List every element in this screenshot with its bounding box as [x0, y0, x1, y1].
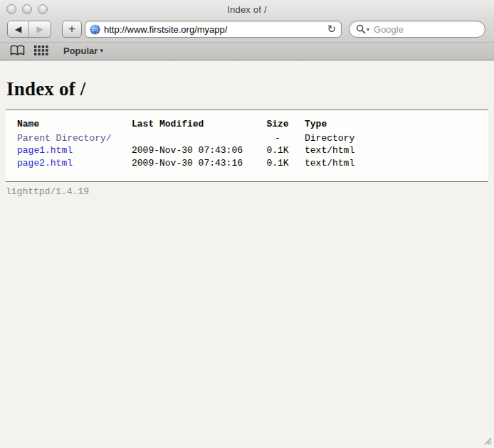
page-content: Index of / Name Last Modified Size Type … — [0, 60, 494, 448]
size-cell: 0.1K — [264, 144, 291, 157]
bookmarks-book-icon[interactable] — [10, 45, 25, 56]
window-title: Index of / — [0, 4, 494, 15]
modified-cell — [132, 132, 264, 145]
plus-icon: + — [68, 22, 75, 36]
page2-link[interactable]: page2.html — [17, 158, 73, 169]
modified-cell: 2009-Nov-30 07:43:06 — [132, 144, 264, 157]
size-cell: - — [264, 132, 291, 145]
nav-button-group: ◀ ▶ — [7, 21, 51, 38]
bookmarks-grid-icon[interactable] — [34, 46, 48, 55]
size-cell: 0.1K — [264, 157, 291, 170]
server-signature: lighttpd/1.4.19 — [6, 186, 488, 197]
site-favicon-globe-icon — [90, 24, 100, 35]
address-input[interactable]: http://www.firstsite.org/myapp/ — [104, 24, 327, 35]
search-field[interactable]: ▾ Google — [349, 21, 485, 38]
window-chrome: Index of / ◀ ▶ + — [0, 0, 494, 60]
resize-grip[interactable] — [482, 435, 492, 445]
column-header-modified: Last Modified — [132, 118, 264, 132]
forward-button[interactable]: ▶ — [29, 21, 51, 37]
address-bar[interactable]: http://www.firstsite.org/myapp/ ↻ — [85, 21, 342, 38]
toolbar: ◀ ▶ + http: — [0, 18, 494, 42]
add-bookmark-button[interactable]: + — [62, 21, 82, 38]
search-dropdown-arrow-icon[interactable]: ▾ — [367, 26, 369, 33]
bookmark-folder-popular[interactable]: Popular ▾ — [63, 46, 103, 56]
search-placeholder: Google — [374, 24, 404, 35]
browser-window: Index of / ◀ ▶ + — [0, 0, 494, 448]
column-header-size: Size — [264, 118, 291, 132]
page1-link[interactable]: page1.html — [17, 145, 73, 156]
titlebar: Index of / — [0, 0, 494, 18]
bookmarks-bar: Popular ▾ — [0, 42, 494, 60]
parent-directory-link[interactable]: Parent Directory/ — [17, 133, 112, 144]
type-cell: text/html — [291, 157, 354, 170]
type-cell: text/html — [291, 144, 354, 157]
popular-label: Popular — [63, 46, 98, 56]
table-row: page2.html 2009-Nov-30 07:43:16 0.1K tex… — [17, 157, 354, 170]
back-button[interactable]: ◀ — [8, 21, 29, 37]
page-heading: Index of / — [6, 78, 488, 100]
directory-table: Name Last Modified Size Type Parent Dire… — [17, 118, 354, 169]
magnifier-icon — [356, 24, 366, 34]
reload-icon[interactable]: ↻ — [327, 24, 336, 35]
back-arrow-icon: ◀ — [15, 24, 21, 34]
table-row: Parent Directory/ - Directory — [17, 132, 354, 145]
table-header-row: Name Last Modified Size Type — [17, 118, 354, 132]
directory-listing: Name Last Modified Size Type Parent Dire… — [6, 110, 488, 182]
forward-arrow-icon: ▶ — [36, 24, 43, 34]
column-header-name: Name — [17, 118, 132, 132]
modified-cell: 2009-Nov-30 07:43:16 — [132, 157, 264, 170]
chevron-down-icon: ▾ — [100, 47, 103, 54]
table-row: page1.html 2009-Nov-30 07:43:06 0.1K tex… — [17, 144, 354, 157]
column-header-type: Type — [291, 118, 354, 132]
type-cell: Directory — [291, 132, 354, 145]
